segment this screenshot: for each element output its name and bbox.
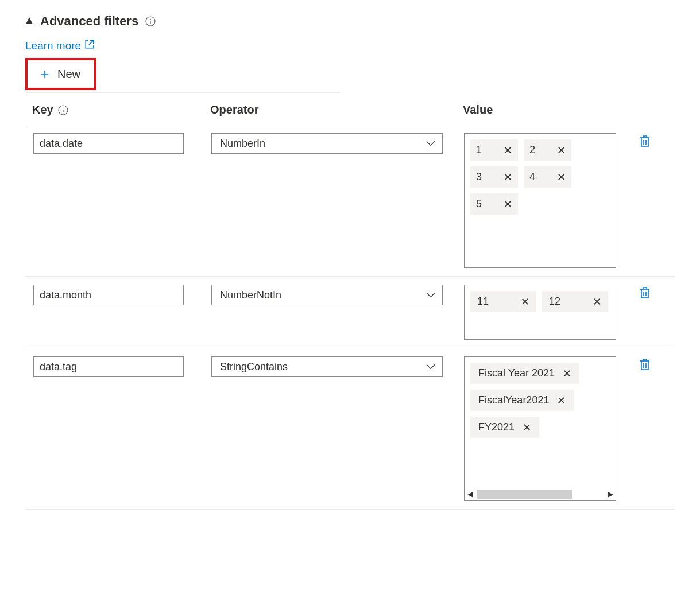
close-icon[interactable]: ✕ (593, 297, 601, 307)
trash-icon[interactable] (638, 134, 652, 148)
section-title: Advanced filters (40, 14, 138, 29)
filter-row: StringContains Fiscal Year 2021 ✕ Fiscal… (25, 348, 675, 510)
close-icon[interactable]: ✕ (504, 199, 512, 209)
close-icon[interactable]: ✕ (563, 368, 571, 379)
value-chip: 1 ✕ (470, 139, 518, 161)
operator-value: NumberIn (220, 138, 265, 150)
svg-marker-0 (26, 17, 33, 24)
value-box[interactable]: 11 ✕ 12 ✕ (464, 285, 616, 340)
chip-label: 11 (477, 296, 489, 308)
value-box[interactable]: Fiscal Year 2021 ✕ FiscalYear2021 ✕ FY20… (464, 356, 616, 501)
chevron-down-icon (426, 289, 435, 301)
svg-point-5 (63, 107, 64, 108)
chip-label: 5 (476, 198, 482, 210)
close-icon[interactable]: ✕ (521, 297, 529, 307)
close-icon[interactable]: ✕ (523, 422, 531, 433)
value-chip: 12 ✕ (542, 291, 608, 312)
value-chip: 3 ✕ (470, 166, 518, 188)
chip-label: 4 (529, 171, 535, 183)
column-value-label: Value (463, 103, 493, 117)
info-icon[interactable] (58, 105, 68, 115)
value-chip: FY2021 ✕ (470, 417, 539, 438)
operator-select[interactable]: NumberIn (211, 133, 443, 154)
column-header-value: Value (463, 103, 626, 117)
value-box[interactable]: 1 ✕ 2 ✕ 3 ✕ 4 ✕ 5 ✕ (464, 133, 616, 268)
filter-row: NumberNotIn 11 ✕ 12 ✕ (25, 277, 675, 348)
chip-label: FiscalYear2021 (478, 394, 549, 406)
chevron-down-icon (426, 138, 435, 150)
key-input[interactable] (33, 285, 184, 305)
scrollbar-track[interactable] (475, 489, 605, 499)
close-icon[interactable]: ✕ (557, 172, 566, 182)
column-header-key: Key (32, 103, 210, 117)
new-button[interactable]: ＋ New (28, 61, 94, 88)
value-chip: FiscalYear2021 ✕ (470, 390, 574, 411)
trash-icon[interactable] (638, 286, 652, 300)
scroll-right-icon[interactable]: ▶ (605, 490, 616, 498)
svg-point-2 (150, 19, 151, 20)
column-operator-label: Operator (210, 103, 258, 117)
scrollbar-thumb[interactable] (477, 490, 572, 499)
operator-value: StringContains (220, 361, 288, 373)
value-chip: Fiscal Year 2021 ✕ (470, 363, 579, 384)
chip-label: Fiscal Year 2021 (478, 367, 555, 379)
key-input[interactable] (33, 133, 184, 154)
plus-icon: ＋ (38, 67, 52, 81)
close-icon[interactable]: ✕ (557, 395, 566, 406)
info-icon[interactable] (145, 16, 156, 26)
table-header-row: Key Operator Value (25, 93, 675, 125)
collapse-icon (25, 17, 33, 26)
value-chip: 4 ✕ (524, 166, 571, 188)
learn-more-link[interactable]: Learn more (25, 39, 95, 52)
close-icon[interactable]: ✕ (504, 172, 512, 182)
chip-label: 3 (476, 171, 482, 183)
value-chip: 11 ✕ (470, 291, 536, 312)
new-button-label: New (57, 68, 80, 81)
external-link-icon (84, 39, 95, 52)
close-icon[interactable]: ✕ (557, 145, 566, 156)
value-chip: 5 ✕ (470, 193, 518, 215)
filters-table: Key Operator Value NumberIn (25, 93, 675, 510)
chip-label: 2 (529, 144, 535, 156)
chip-label: FY2021 (478, 421, 515, 433)
column-header-operator: Operator (210, 103, 463, 117)
operator-select[interactable]: StringContains (211, 356, 443, 377)
trash-icon[interactable] (638, 358, 652, 371)
value-chip: 2 ✕ (524, 139, 571, 161)
learn-more-label: Learn more (25, 40, 81, 52)
operator-select[interactable]: NumberNotIn (211, 285, 443, 305)
horizontal-scrollbar[interactable]: ◀ ▶ (465, 488, 616, 500)
highlight-annotation: ＋ New (25, 58, 96, 90)
chip-label: 12 (549, 296, 560, 308)
close-icon[interactable]: ✕ (504, 145, 512, 156)
scroll-left-icon[interactable]: ◀ (465, 490, 475, 498)
column-key-label: Key (32, 103, 53, 117)
operator-value: NumberNotIn (220, 289, 281, 301)
section-header[interactable]: Advanced filters (25, 14, 675, 29)
filter-row: NumberIn 1 ✕ 2 ✕ 3 ✕ (25, 125, 675, 277)
key-input[interactable] (33, 356, 184, 377)
chip-label: 1 (476, 144, 482, 156)
chevron-down-icon (426, 361, 435, 373)
